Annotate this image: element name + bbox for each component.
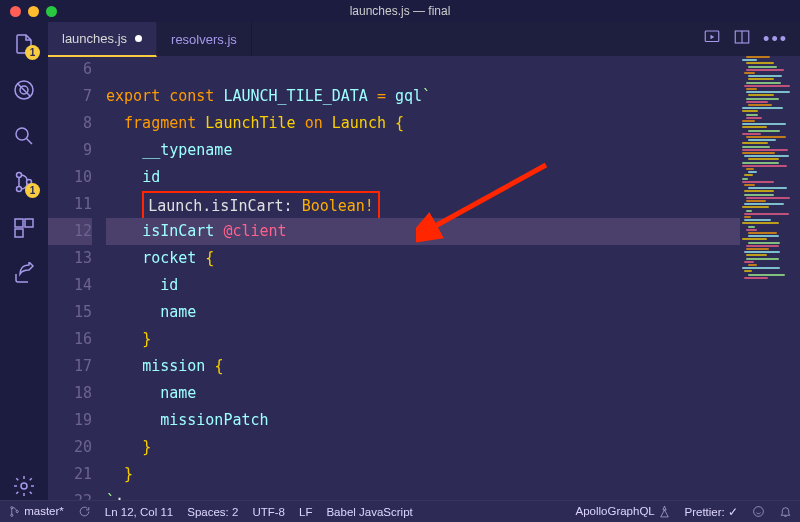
svg-point-13 <box>11 507 13 509</box>
activity-bar: 1 1 <box>0 22 48 500</box>
indent-status[interactable]: Spaces: 2 <box>187 506 238 518</box>
code-line[interactable]: `; <box>106 488 740 500</box>
scm-badge: 1 <box>25 183 40 198</box>
code-line[interactable]: } <box>106 434 740 461</box>
code-line[interactable]: } <box>106 461 740 488</box>
svg-point-14 <box>11 514 13 516</box>
svg-point-2 <box>16 128 28 140</box>
git-branch-status[interactable]: master* <box>8 505 64 518</box>
code-content[interactable]: export const LAUNCH_TILE_DATA = gql` fra… <box>106 56 740 500</box>
code-line[interactable] <box>106 56 740 83</box>
minimize-window-icon[interactable] <box>28 6 39 17</box>
source-control-icon[interactable]: 1 <box>10 168 38 196</box>
encoding-status[interactable]: UTF-8 <box>252 506 285 518</box>
more-actions-icon[interactable]: ••• <box>763 29 788 50</box>
code-line[interactable]: name <box>106 380 740 407</box>
code-line[interactable]: rocket { <box>106 245 740 272</box>
live-share-icon[interactable] <box>10 260 38 288</box>
explorer-badge: 1 <box>25 45 40 60</box>
dirty-indicator-icon <box>135 35 142 42</box>
prettier-status[interactable]: Prettier: ✓ <box>685 505 738 519</box>
window-title: launches.js — final <box>350 4 451 18</box>
code-line[interactable]: } <box>106 326 740 353</box>
tab-launches-js[interactable]: launches.js <box>48 22 157 57</box>
no-bugs-icon[interactable] <box>10 76 38 104</box>
tab-label: resolvers.js <box>171 32 237 47</box>
tab-bar: launches.js resolvers.js ••• <box>48 22 800 56</box>
split-editor-icon[interactable] <box>733 28 751 50</box>
open-preview-icon[interactable] <box>703 28 721 50</box>
code-line[interactable]: id <box>106 272 740 299</box>
svg-rect-8 <box>15 229 23 237</box>
explorer-icon[interactable]: 1 <box>10 30 38 58</box>
svg-rect-7 <box>25 219 33 227</box>
minimap[interactable] <box>740 56 800 500</box>
notifications-icon[interactable] <box>779 505 792 518</box>
maximize-window-icon[interactable] <box>46 6 57 17</box>
language-status[interactable]: Babel JavaScript <box>326 506 412 518</box>
apollo-status[interactable]: ApolloGraphQL <box>575 505 670 518</box>
titlebar: launches.js — final <box>0 0 800 22</box>
svg-point-15 <box>16 511 18 513</box>
sync-icon[interactable] <box>78 505 91 518</box>
eol-status[interactable]: LF <box>299 506 312 518</box>
code-line[interactable]: isInCart @client <box>106 218 740 245</box>
code-line[interactable]: __typename <box>106 137 740 164</box>
feedback-icon[interactable] <box>752 505 765 518</box>
svg-point-16 <box>754 507 764 517</box>
search-icon[interactable] <box>10 122 38 150</box>
code-line[interactable]: fragment LaunchTile on Launch { <box>106 110 740 137</box>
settings-gear-icon[interactable] <box>10 472 38 500</box>
tab-resolvers-js[interactable]: resolvers.js <box>157 22 252 56</box>
code-editor[interactable]: 678910111213141516171819202122 export co… <box>48 56 800 500</box>
svg-rect-6 <box>15 219 23 227</box>
code-line[interactable]: Launch.isInCart: Boolean! <box>106 191 740 218</box>
cursor-position[interactable]: Ln 12, Col 11 <box>105 506 173 518</box>
line-number-gutter: 678910111213141516171819202122 <box>48 56 106 500</box>
code-line[interactable]: mission { <box>106 353 740 380</box>
extensions-icon[interactable] <box>10 214 38 242</box>
code-line[interactable]: name <box>106 299 740 326</box>
code-line[interactable]: id <box>106 164 740 191</box>
code-line[interactable]: export const LAUNCH_TILE_DATA = gql` <box>106 83 740 110</box>
window-controls <box>0 6 57 17</box>
svg-point-4 <box>17 187 22 192</box>
close-window-icon[interactable] <box>10 6 21 17</box>
status-bar: master* Ln 12, Col 11 Spaces: 2 UTF-8 LF… <box>0 500 800 522</box>
branch-name: master* <box>24 505 64 517</box>
svg-point-9 <box>21 483 27 489</box>
tab-label: launches.js <box>62 31 127 46</box>
svg-point-3 <box>17 173 22 178</box>
code-line[interactable]: missionPatch <box>106 407 740 434</box>
